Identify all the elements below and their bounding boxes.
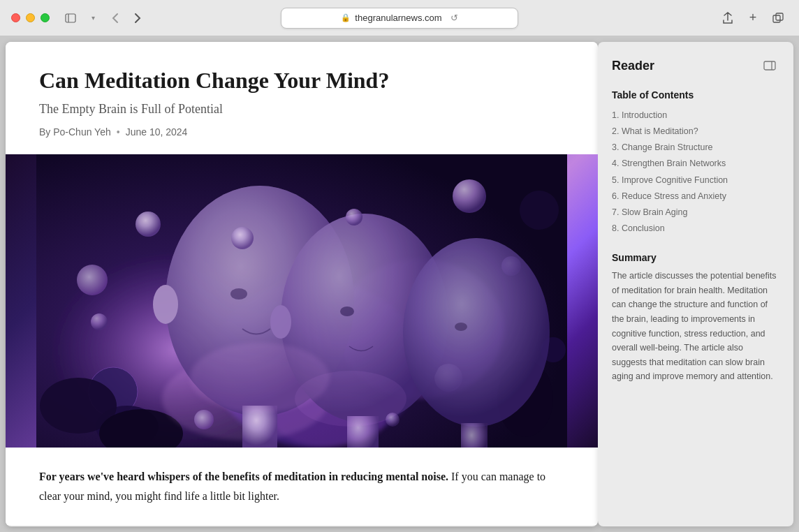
lock-icon: 🔒	[341, 13, 351, 22]
svg-point-42	[295, 371, 406, 427]
toc-item-4[interactable]: 4. Strengthen Brain Networks	[612, 156, 779, 172]
article-author: By Po-Chun Yeh	[39, 126, 111, 138]
back-icon	[112, 13, 119, 24]
summary-heading: Summary	[612, 252, 779, 263]
toc-item-6[interactable]: 6. Reduce Stress and Anxiety	[612, 189, 779, 205]
svg-rect-43	[764, 61, 775, 70]
share-button[interactable]	[718, 8, 738, 28]
svg-point-35	[455, 323, 467, 331]
toc-item-8[interactable]: 8. Conclusion	[612, 221, 779, 237]
article-title: Can Meditation Change Your Mind?	[39, 67, 564, 94]
browser-content: Can Meditation Change Your Mind? The Emp…	[0, 36, 799, 532]
article-panel: Can Meditation Change Your Mind? The Emp…	[6, 42, 598, 526]
toc-item-2[interactable]: 2. What is Meditation?	[612, 124, 779, 140]
reader-title: Reader	[612, 59, 654, 73]
article-date: June 10, 2024	[126, 126, 188, 138]
back-button[interactable]	[105, 8, 125, 28]
svg-point-13	[520, 191, 559, 230]
article-byline: By Po-Chun Yeh • June 10, 2024	[39, 126, 564, 138]
article-image	[6, 154, 598, 448]
reload-button[interactable]: ↺	[450, 13, 458, 23]
traffic-lights	[11, 13, 50, 22]
sidebar-toggle-chevron[interactable]: ▾	[83, 8, 103, 28]
svg-point-17	[453, 179, 486, 213]
reader-header: Reader	[612, 56, 779, 75]
close-button[interactable]	[11, 13, 20, 22]
byline-separator: •	[117, 126, 120, 138]
toc-item-3[interactable]: 3. Change Brain Structure	[612, 140, 779, 156]
svg-rect-3	[776, 13, 783, 20]
minimize-button[interactable]	[26, 13, 35, 22]
svg-point-34	[403, 238, 550, 427]
titlebar-right-actions: +	[718, 8, 788, 28]
svg-point-16	[135, 212, 161, 237]
svg-rect-2	[773, 15, 780, 22]
toc-item-7[interactable]: 7. Slow Brain Aging	[612, 205, 779, 221]
svg-point-32	[270, 305, 291, 339]
svg-point-30	[340, 306, 354, 316]
titlebar: ▾ 🔒 thegranularnews.com ↺ +	[0, 0, 799, 36]
svg-point-39	[194, 410, 214, 429]
tabs-icon	[772, 13, 784, 24]
article-image-svg	[6, 154, 598, 448]
navigation-buttons: ▾	[61, 8, 147, 28]
svg-rect-36	[461, 423, 488, 448]
sidebar-toggle-icon	[65, 13, 76, 24]
maximize-button[interactable]	[41, 13, 50, 22]
new-tab-button[interactable]: +	[743, 8, 763, 28]
article-subtitle: The Empty Brain is Full of Potential	[39, 102, 564, 117]
reader-expand-button[interactable]	[760, 56, 779, 75]
svg-point-20	[91, 313, 108, 330]
article-body: For years we've heard whispers of the be…	[6, 448, 598, 524]
article-body-text: For years we've heard whispers of the be…	[39, 467, 564, 505]
share-icon	[722, 12, 733, 24]
toc-item-5[interactable]: 5. Improve Cognitive Function	[612, 172, 779, 189]
svg-rect-0	[66, 14, 75, 22]
forward-icon	[134, 13, 141, 24]
svg-point-25	[230, 288, 247, 300]
summary-text: The article discusses the potential bene…	[612, 269, 779, 384]
tabs-button[interactable]	[768, 8, 788, 28]
toc-heading: Table of Contents	[612, 89, 779, 101]
toc-item-1[interactable]: 1. Introduction	[612, 108, 779, 124]
url-bar[interactable]: 🔒 thegranularnews.com ↺	[281, 8, 518, 29]
article-header: Can Meditation Change Your Mind? The Emp…	[6, 42, 598, 154]
expand-icon	[763, 61, 776, 71]
toc-list: 1. Introduction 2. What is Meditation? 3…	[612, 108, 779, 237]
svg-point-37	[231, 227, 254, 249]
sidebar-toggle-button[interactable]	[61, 8, 80, 28]
svg-point-38	[346, 209, 362, 226]
reader-sidebar: Reader Table of Contents 1. Introduction…	[598, 42, 793, 526]
url-text: thegranularnews.com	[355, 13, 441, 23]
svg-point-27	[153, 285, 178, 324]
forward-button[interactable]	[128, 8, 147, 28]
svg-point-8	[77, 265, 108, 295]
